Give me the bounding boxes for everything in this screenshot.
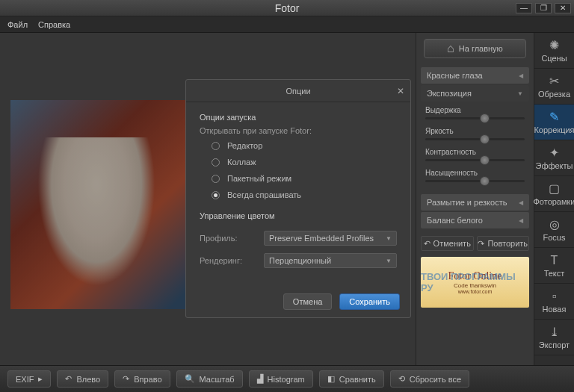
tool-correction[interactable]: ✎Коррекция	[534, 105, 574, 140]
cancel-button[interactable]: Отмена	[283, 293, 332, 310]
crop-icon: ✂	[549, 74, 559, 88]
chevron-down-icon: ▼	[517, 90, 523, 97]
histogram-icon: ▟	[257, 374, 263, 384]
maximize-button[interactable]: ❐	[535, 3, 552, 13]
undo-icon: ↶	[424, 239, 430, 249]
launch-section-title: Опции запуска	[200, 113, 397, 122]
slider-thumb[interactable]	[480, 176, 490, 186]
canvas-area: Опции ✕ Опции запуска Открывать при запу…	[0, 33, 416, 365]
redo-button[interactable]: ↷Повторить	[477, 236, 530, 251]
render-select[interactable]: Перцепционный ▼	[264, 253, 397, 268]
chevron-down-icon: ▼	[386, 258, 392, 264]
launch-section-sub: Открывать при запуске Fotor:	[200, 126, 397, 135]
slider-brightness[interactable]	[425, 138, 525, 140]
radio-icon	[212, 158, 220, 167]
radio-icon	[212, 191, 220, 199]
accordions-wb[interactable]: Баланс белого◀	[421, 212, 529, 228]
slider-label-brightness: Яркость	[425, 127, 525, 135]
radio-пакетный-режим[interactable]: Пакетный режим	[212, 174, 397, 183]
profile-label: Профиль:	[200, 234, 258, 243]
scale-icon: 🔍	[185, 374, 195, 384]
tool-frames[interactable]: ▢Фоторамки	[534, 176, 574, 212]
footer-scale-button[interactable]: 🔍Масштаб	[176, 370, 243, 388]
promo-banner[interactable]: Fotor Online Code thankswin www.fotor.co…	[421, 257, 529, 308]
accordion-exposure[interactable]: Экспозиция▼	[421, 85, 529, 102]
footer-compare-button[interactable]: ◧Сравнить	[319, 370, 384, 388]
slider-thumb[interactable]	[480, 155, 490, 165]
radio-всегда-спрашивать[interactable]: Всегда спрашивать	[212, 190, 397, 199]
menubar: Файл Справка	[0, 16, 574, 33]
slider-thumb[interactable]	[480, 113, 490, 123]
slider-saturation[interactable]	[425, 180, 525, 182]
save-button[interactable]: Сохранить	[339, 293, 400, 310]
scenes-icon: ✺	[549, 38, 559, 52]
accordion-red-eye[interactable]: Красные глаза◀	[421, 67, 529, 84]
new-icon: ▫	[552, 290, 557, 303]
tool-focus[interactable]: ◎Focus	[534, 212, 574, 248]
slider-thumb[interactable]	[480, 134, 490, 144]
dialog-title: Опции	[286, 87, 310, 96]
slider-label-saturation: Насыщенность	[425, 169, 525, 177]
home-button[interactable]: ⌂ На главную	[424, 39, 526, 58]
tool-crop[interactable]: ✂Обрезка	[534, 69, 574, 105]
render-label: Рендеринг:	[200, 256, 258, 265]
focus-icon: ◎	[549, 217, 560, 231]
footer-right-button[interactable]: ↷Вправо	[114, 370, 170, 388]
minimize-button[interactable]: —	[516, 3, 532, 13]
tool-export[interactable]: ⤓Экспорт	[534, 320, 574, 355]
slider-label-contrast: Контрастность	[425, 148, 525, 156]
chevron-left-icon: ◀	[519, 217, 523, 224]
compare-icon: ◧	[327, 374, 335, 384]
accordion-blur[interactable]: Размытие и резкость◀	[421, 194, 529, 211]
slider-shutter[interactable]	[425, 117, 525, 119]
redo-icon: ↷	[478, 239, 484, 249]
menu-file[interactable]: Файл	[7, 20, 28, 29]
footer-exif-button[interactable]: EXIF▸	[7, 370, 51, 388]
window-controls: — ❐ ✕	[516, 3, 571, 13]
dialog-close-icon[interactable]: ✕	[397, 86, 404, 96]
color-section-title: Управление цветом	[200, 211, 397, 220]
options-dialog: Опции ✕ Опции запуска Открывать при запу…	[185, 79, 411, 318]
footer-reset-button[interactable]: ⟲Сбросить все	[390, 370, 469, 388]
right-icon: ↷	[123, 374, 129, 384]
tool-text[interactable]: TТекст	[534, 248, 574, 284]
home-icon: ⌂	[447, 42, 454, 55]
chevron-right-icon: ▸	[38, 374, 43, 384]
radio-коллаж[interactable]: Коллаж	[212, 158, 397, 167]
footer-toolbar: EXIF▸↶Влево↷Вправо🔍Масштаб▟Histogram◧Сра…	[0, 365, 574, 392]
correction-icon: ✎	[549, 110, 559, 124]
left-icon: ↶	[65, 374, 72, 384]
app-title: Fotor	[275, 2, 300, 14]
export-icon: ⤓	[549, 325, 559, 339]
effects-icon: ✦	[549, 146, 559, 160]
undo-button[interactable]: ↶Отменить	[421, 236, 474, 251]
text-icon: T	[551, 254, 558, 267]
profile-select[interactable]: Preserve Embedded Profiles ▼	[264, 231, 397, 246]
tool-scenes[interactable]: ✺Сцены	[534, 33, 574, 69]
radio-icon	[212, 142, 220, 150]
chevron-left-icon: ◀	[519, 72, 523, 79]
radio-icon	[212, 175, 220, 183]
reset-icon: ⟲	[398, 374, 405, 384]
close-button[interactable]: ✕	[555, 3, 571, 13]
frames-icon: ▢	[549, 181, 560, 196]
chevron-left-icon: ◀	[519, 199, 523, 206]
radio-редактор[interactable]: Редактор	[212, 141, 397, 150]
footer-histogram-button[interactable]: ▟Histogram	[249, 370, 313, 388]
slider-label-shutter: Выдержка	[425, 106, 525, 114]
titlebar: Fotor — ❐ ✕	[0, 0, 574, 16]
menu-help[interactable]: Справка	[38, 20, 70, 29]
right-panel: ⌂ На главную Красные глаза◀ Экспозиция▼ …	[416, 33, 534, 365]
tool-new[interactable]: ▫Новая	[534, 284, 574, 320]
dialog-header: Опции ✕	[186, 80, 410, 102]
tool-rail: ✺Сцены✂Обрезка✎Коррекция✦Эффекты▢Фоторам…	[534, 33, 574, 365]
slider-contrast[interactable]	[425, 159, 525, 161]
chevron-down-icon: ▼	[386, 235, 392, 242]
watermark-text: ТВОИ ПРОГРАММЫ РУ	[421, 257, 529, 308]
tool-effects[interactable]: ✦Эффекты	[534, 140, 574, 176]
footer-left-button[interactable]: ↶Влево	[57, 370, 108, 388]
